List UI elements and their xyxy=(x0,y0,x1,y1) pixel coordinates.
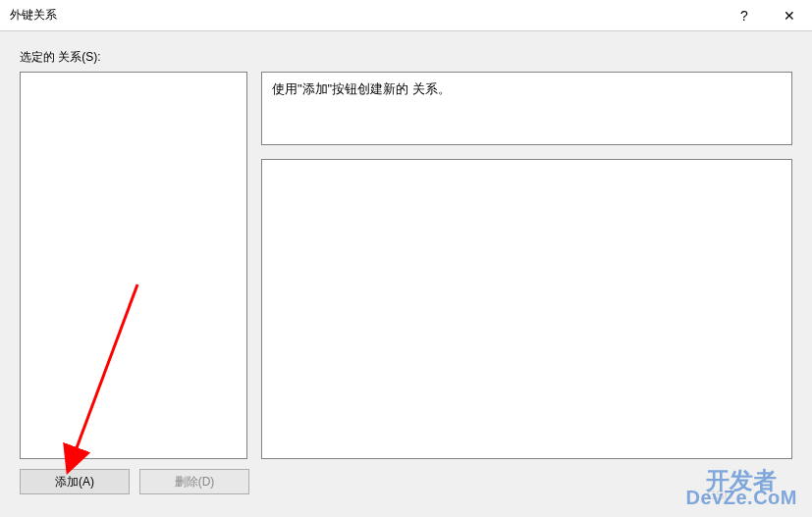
titlebar: 外键关系 ? ✕ xyxy=(0,0,812,31)
add-button[interactable]: 添加(A) xyxy=(20,469,130,494)
window-title: 外键关系 xyxy=(10,7,722,24)
dialog-content: 选定的 关系(S): 使用"添加"按钮创建新的 关系。 添加(A) 删除(D) xyxy=(0,31,812,504)
help-button[interactable]: ? xyxy=(722,0,767,31)
hint-box: 使用"添加"按钮创建新的 关系。 xyxy=(261,72,792,145)
relationship-listbox[interactable] xyxy=(20,72,247,459)
delete-button[interactable]: 删除(D) xyxy=(139,469,249,494)
close-icon: ✕ xyxy=(784,8,795,24)
close-button[interactable]: ✕ xyxy=(767,0,812,31)
selected-relationship-label: 选定的 关系(S): xyxy=(20,49,792,66)
main-area: 使用"添加"按钮创建新的 关系。 xyxy=(20,72,792,459)
hint-text: 使用"添加"按钮创建新的 关系。 xyxy=(272,81,451,96)
properties-panel xyxy=(261,159,792,459)
button-row: 添加(A) 删除(D) xyxy=(20,469,792,494)
help-icon: ? xyxy=(740,8,748,24)
right-column: 使用"添加"按钮创建新的 关系。 xyxy=(261,72,792,459)
